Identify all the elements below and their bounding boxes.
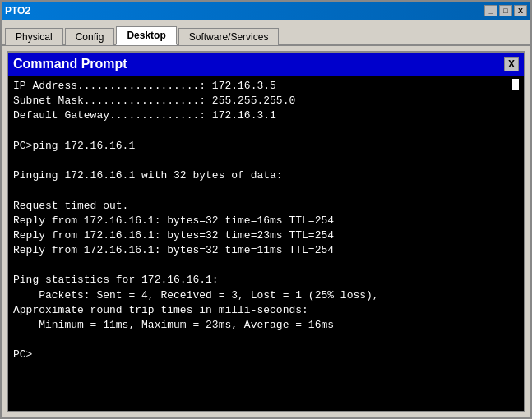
cmd-body[interactable]: IP Address...................: 172.16.3.… — [8, 76, 524, 411]
tab-physical[interactable]: Physical — [5, 28, 63, 45]
terminal-text: IP Address...................: 172.16.3.… — [13, 79, 512, 407]
window-title: PTO2 — [5, 5, 30, 16]
tab-bar: Physical Config Desktop Software/Service… — [2, 20, 530, 46]
minimize-button[interactable]: _ — [484, 5, 497, 16]
title-bar: PTO2 _ □ X — [2, 2, 530, 20]
cmd-close-button[interactable]: X — [504, 57, 519, 71]
tab-desktop[interactable]: Desktop — [116, 26, 176, 45]
tab-software-services[interactable]: Software/Services — [178, 28, 280, 45]
main-window: PTO2 _ □ X Physical Config Desktop Softw… — [0, 0, 532, 419]
content-area: Command Prompt X IP Address.............… — [2, 46, 530, 417]
cmd-title-bar: Command Prompt X — [8, 53, 524, 76]
window-controls: _ □ X — [484, 5, 527, 16]
cursor — [512, 79, 519, 90]
cmd-title-text: Command Prompt — [13, 57, 127, 71]
cmd-window: Command Prompt X IP Address.............… — [7, 51, 525, 412]
maximize-button[interactable]: □ — [499, 5, 512, 16]
tab-config[interactable]: Config — [65, 28, 115, 45]
close-window-button[interactable]: X — [514, 5, 527, 16]
